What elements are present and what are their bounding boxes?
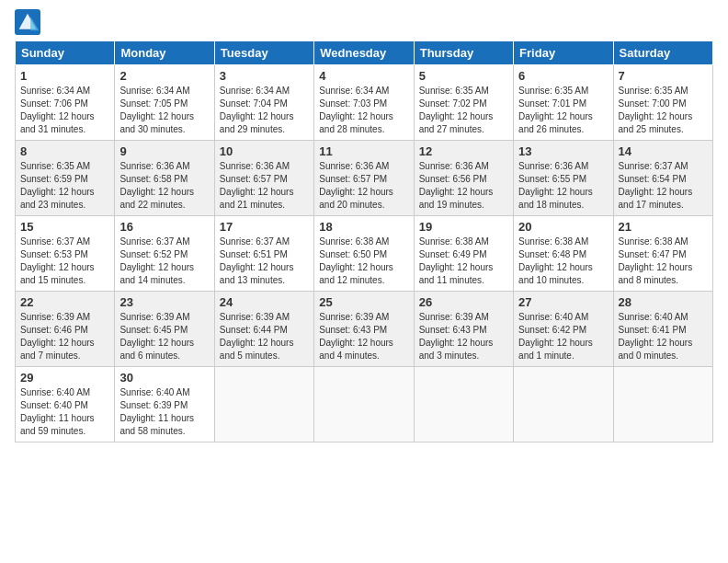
day-info: Sunrise: 6:40 AM Sunset: 6:42 PM Dayligh… [518, 311, 608, 362]
day-info: Sunrise: 6:37 AM Sunset: 6:53 PM Dayligh… [20, 236, 109, 287]
day-cell: 25Sunrise: 6:39 AM Sunset: 6:43 PM Dayli… [314, 292, 414, 367]
day-cell: 20Sunrise: 6:38 AM Sunset: 6:48 PM Dayli… [514, 216, 613, 292]
day-number: 20 [518, 220, 608, 234]
day-number: 9 [119, 144, 209, 158]
week-row-1: 1Sunrise: 6:34 AM Sunset: 7:06 PM Daylig… [16, 65, 713, 141]
day-number: 23 [119, 295, 209, 309]
day-info: Sunrise: 6:37 AM Sunset: 6:54 PM Dayligh… [619, 160, 708, 212]
day-cell: 13Sunrise: 6:36 AM Sunset: 6:55 PM Dayli… [514, 141, 613, 216]
week-row-4: 22Sunrise: 6:39 AM Sunset: 6:46 PM Dayli… [16, 292, 713, 367]
day-number: 6 [518, 69, 608, 83]
day-number: 10 [220, 144, 309, 158]
day-info: Sunrise: 6:40 AM Sunset: 6:40 PM Dayligh… [20, 386, 109, 438]
day-cell [214, 367, 313, 442]
day-cell: 26Sunrise: 6:39 AM Sunset: 6:43 PM Dayli… [414, 292, 513, 367]
week-row-3: 15Sunrise: 6:37 AM Sunset: 6:53 PM Dayli… [16, 216, 713, 292]
day-info: Sunrise: 6:35 AM Sunset: 6:59 PM Dayligh… [20, 160, 109, 212]
day-number: 15 [20, 220, 109, 234]
day-info: Sunrise: 6:38 AM Sunset: 6:47 PM Dayligh… [619, 236, 708, 287]
weekday-header-row: SundayMondayTuesdayWednesdayThursdayFrid… [16, 41, 713, 65]
day-number: 11 [319, 144, 408, 158]
day-number: 30 [119, 371, 209, 385]
day-info: Sunrise: 6:36 AM Sunset: 6:57 PM Dayligh… [319, 160, 408, 212]
logo-icon [15, 9, 40, 35]
day-number: 8 [20, 144, 109, 158]
day-cell: 4Sunrise: 6:34 AM Sunset: 7:03 PM Daylig… [314, 65, 414, 141]
day-cell: 1Sunrise: 6:34 AM Sunset: 7:06 PM Daylig… [16, 65, 115, 141]
day-number: 13 [518, 144, 608, 158]
day-cell [314, 367, 414, 442]
day-cell: 12Sunrise: 6:36 AM Sunset: 6:56 PM Dayli… [414, 141, 513, 216]
week-row-2: 8Sunrise: 6:35 AM Sunset: 6:59 PM Daylig… [16, 141, 713, 216]
weekday-header-saturday: Saturday [613, 41, 712, 65]
day-cell: 27Sunrise: 6:40 AM Sunset: 6:42 PM Dayli… [514, 292, 613, 367]
logo [15, 9, 44, 35]
day-number: 7 [619, 69, 708, 83]
day-number: 29 [20, 371, 109, 385]
day-cell: 17Sunrise: 6:37 AM Sunset: 6:51 PM Dayli… [214, 216, 313, 292]
day-info: Sunrise: 6:36 AM Sunset: 6:58 PM Dayligh… [119, 160, 209, 212]
day-number: 12 [419, 144, 508, 158]
day-info: Sunrise: 6:39 AM Sunset: 6:43 PM Dayligh… [319, 311, 408, 362]
day-number: 24 [220, 295, 309, 309]
day-number: 21 [619, 220, 708, 234]
day-number: 4 [319, 69, 408, 83]
day-info: Sunrise: 6:36 AM Sunset: 6:55 PM Dayligh… [518, 160, 608, 212]
day-info: Sunrise: 6:36 AM Sunset: 6:57 PM Dayligh… [220, 160, 309, 212]
day-cell: 18Sunrise: 6:38 AM Sunset: 6:50 PM Dayli… [314, 216, 414, 292]
day-info: Sunrise: 6:34 AM Sunset: 7:06 PM Dayligh… [20, 85, 109, 136]
day-number: 25 [319, 295, 408, 309]
day-number: 19 [419, 220, 508, 234]
day-number: 5 [419, 69, 508, 83]
day-cell: 5Sunrise: 6:35 AM Sunset: 7:02 PM Daylig… [414, 65, 513, 141]
weekday-header-tuesday: Tuesday [214, 41, 313, 65]
day-info: Sunrise: 6:39 AM Sunset: 6:46 PM Dayligh… [20, 311, 109, 362]
day-number: 2 [119, 69, 209, 83]
day-info: Sunrise: 6:36 AM Sunset: 6:56 PM Dayligh… [419, 160, 508, 212]
day-number: 27 [518, 295, 608, 309]
weekday-header-monday: Monday [115, 41, 214, 65]
day-info: Sunrise: 6:35 AM Sunset: 7:02 PM Dayligh… [419, 85, 508, 136]
day-info: Sunrise: 6:37 AM Sunset: 6:51 PM Dayligh… [220, 236, 309, 287]
day-info: Sunrise: 6:39 AM Sunset: 6:43 PM Dayligh… [419, 311, 508, 362]
day-info: Sunrise: 6:38 AM Sunset: 6:49 PM Dayligh… [419, 236, 508, 287]
day-number: 26 [419, 295, 508, 309]
weekday-header-wednesday: Wednesday [314, 41, 414, 65]
day-cell: 28Sunrise: 6:40 AM Sunset: 6:41 PM Dayli… [613, 292, 712, 367]
day-cell: 2Sunrise: 6:34 AM Sunset: 7:05 PM Daylig… [115, 65, 214, 141]
calendar-table: SundayMondayTuesdayWednesdayThursdayFrid… [15, 40, 713, 442]
day-cell: 11Sunrise: 6:36 AM Sunset: 6:57 PM Dayli… [314, 141, 414, 216]
day-number: 17 [220, 220, 309, 234]
day-info: Sunrise: 6:35 AM Sunset: 7:00 PM Dayligh… [619, 85, 708, 136]
day-cell: 23Sunrise: 6:39 AM Sunset: 6:45 PM Dayli… [115, 292, 214, 367]
day-number: 22 [20, 295, 109, 309]
day-number: 16 [119, 220, 209, 234]
day-info: Sunrise: 6:40 AM Sunset: 6:39 PM Dayligh… [119, 386, 209, 438]
day-cell: 24Sunrise: 6:39 AM Sunset: 6:44 PM Dayli… [214, 292, 313, 367]
day-info: Sunrise: 6:34 AM Sunset: 7:04 PM Dayligh… [220, 85, 309, 136]
day-cell [514, 367, 613, 442]
day-cell: 30Sunrise: 6:40 AM Sunset: 6:39 PM Dayli… [115, 367, 214, 442]
day-info: Sunrise: 6:39 AM Sunset: 6:45 PM Dayligh… [119, 311, 209, 362]
day-cell: 16Sunrise: 6:37 AM Sunset: 6:52 PM Dayli… [115, 216, 214, 292]
day-info: Sunrise: 6:38 AM Sunset: 6:50 PM Dayligh… [319, 236, 408, 287]
week-row-5: 29Sunrise: 6:40 AM Sunset: 6:40 PM Dayli… [16, 367, 713, 442]
day-info: Sunrise: 6:40 AM Sunset: 6:41 PM Dayligh… [619, 311, 708, 362]
day-cell [613, 367, 712, 442]
day-info: Sunrise: 6:35 AM Sunset: 7:01 PM Dayligh… [518, 85, 608, 136]
day-info: Sunrise: 6:39 AM Sunset: 6:44 PM Dayligh… [220, 311, 309, 362]
day-cell: 15Sunrise: 6:37 AM Sunset: 6:53 PM Dayli… [16, 216, 115, 292]
day-cell: 7Sunrise: 6:35 AM Sunset: 7:00 PM Daylig… [613, 65, 712, 141]
day-number: 14 [619, 144, 708, 158]
day-info: Sunrise: 6:37 AM Sunset: 6:52 PM Dayligh… [119, 236, 209, 287]
day-cell: 19Sunrise: 6:38 AM Sunset: 6:49 PM Dayli… [414, 216, 513, 292]
day-cell: 9Sunrise: 6:36 AM Sunset: 6:58 PM Daylig… [115, 141, 214, 216]
day-info: Sunrise: 6:34 AM Sunset: 7:03 PM Dayligh… [319, 85, 408, 136]
weekday-header-thursday: Thursday [414, 41, 513, 65]
day-number: 18 [319, 220, 408, 234]
day-cell: 10Sunrise: 6:36 AM Sunset: 6:57 PM Dayli… [214, 141, 313, 216]
day-cell: 22Sunrise: 6:39 AM Sunset: 6:46 PM Dayli… [16, 292, 115, 367]
day-number: 3 [220, 69, 309, 83]
day-number: 1 [20, 69, 109, 83]
day-cell: 8Sunrise: 6:35 AM Sunset: 6:59 PM Daylig… [16, 141, 115, 216]
